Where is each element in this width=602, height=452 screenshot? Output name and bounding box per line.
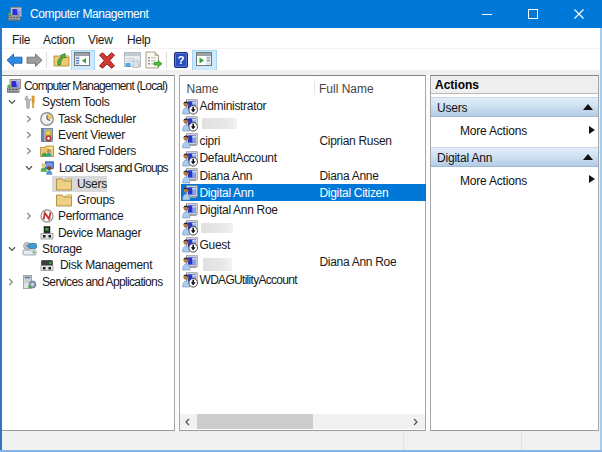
svg-text:?: ? [177,54,184,66]
